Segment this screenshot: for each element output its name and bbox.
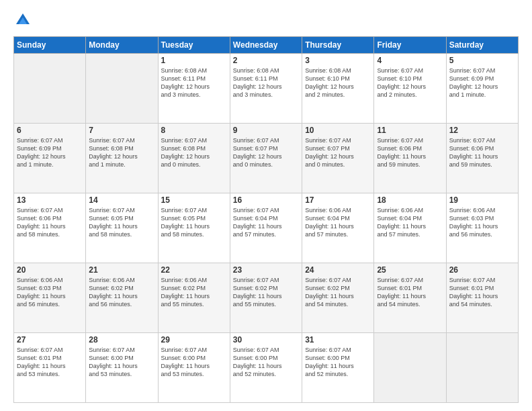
- day-number: 12: [449, 126, 515, 135]
- calendar-cell: 14Sunrise: 6:07 AM Sunset: 6:05 PM Dayli…: [86, 193, 158, 263]
- cell-info: Sunrise: 6:07 AM Sunset: 6:02 PM Dayligh…: [305, 276, 371, 309]
- cell-info: Sunrise: 6:07 AM Sunset: 6:05 PM Dayligh…: [161, 206, 227, 239]
- cell-info: Sunrise: 6:07 AM Sunset: 6:07 PM Dayligh…: [305, 136, 371, 169]
- calendar-cell: 7Sunrise: 6:07 AM Sunset: 6:08 PM Daylig…: [86, 124, 158, 193]
- calendar-cell: 16Sunrise: 6:07 AM Sunset: 6:04 PM Dayli…: [230, 193, 302, 263]
- day-number: 24: [305, 265, 371, 275]
- calendar-cell: 28Sunrise: 6:07 AM Sunset: 6:00 PM Dayli…: [86, 333, 158, 403]
- day-header: Saturday: [446, 37, 518, 54]
- cell-info: Sunrise: 6:07 AM Sunset: 6:04 PM Dayligh…: [233, 206, 299, 239]
- calendar-cell: 31Sunrise: 6:07 AM Sunset: 6:00 PM Dayli…: [302, 333, 374, 403]
- cell-info: Sunrise: 6:06 AM Sunset: 6:03 PM Dayligh…: [449, 206, 515, 239]
- day-number: 5: [449, 56, 515, 65]
- calendar-header-row: SundayMondayTuesdayWednesdayThursdayFrid…: [14, 37, 519, 54]
- calendar-cell: 11Sunrise: 6:07 AM Sunset: 6:06 PM Dayli…: [374, 124, 446, 193]
- logo-icon: [13, 11, 32, 30]
- cell-info: Sunrise: 6:07 AM Sunset: 6:01 PM Dayligh…: [449, 276, 515, 309]
- calendar-cell: 24Sunrise: 6:07 AM Sunset: 6:02 PM Dayli…: [302, 263, 374, 333]
- cell-info: Sunrise: 6:07 AM Sunset: 6:00 PM Dayligh…: [233, 346, 299, 379]
- cell-info: Sunrise: 6:07 AM Sunset: 6:08 PM Dayligh…: [89, 136, 154, 169]
- day-number: 20: [17, 265, 83, 275]
- calendar-cell: 22Sunrise: 6:06 AM Sunset: 6:02 PM Dayli…: [158, 263, 230, 333]
- cell-info: Sunrise: 6:07 AM Sunset: 6:06 PM Dayligh…: [377, 136, 443, 169]
- cell-info: Sunrise: 6:06 AM Sunset: 6:03 PM Dayligh…: [17, 276, 83, 309]
- calendar-cell: 30Sunrise: 6:07 AM Sunset: 6:00 PM Dayli…: [230, 333, 302, 403]
- day-header: Thursday: [302, 37, 374, 54]
- calendar-cell: 6Sunrise: 6:07 AM Sunset: 6:09 PM Daylig…: [14, 124, 86, 193]
- calendar-cell: 25Sunrise: 6:07 AM Sunset: 6:01 PM Dayli…: [374, 263, 446, 333]
- cell-info: Sunrise: 6:07 AM Sunset: 6:00 PM Dayligh…: [161, 346, 227, 379]
- day-header: Sunday: [14, 37, 86, 54]
- day-number: 23: [233, 265, 299, 275]
- day-header: Monday: [86, 37, 158, 54]
- calendar-cell: 20Sunrise: 6:06 AM Sunset: 6:03 PM Dayli…: [14, 263, 86, 333]
- calendar-week-row: 13Sunrise: 6:07 AM Sunset: 6:06 PM Dayli…: [14, 193, 519, 263]
- cell-info: Sunrise: 6:07 AM Sunset: 6:00 PM Dayligh…: [305, 346, 371, 379]
- calendar-cell: 1Sunrise: 6:08 AM Sunset: 6:11 PM Daylig…: [158, 54, 230, 124]
- calendar-cell: 21Sunrise: 6:06 AM Sunset: 6:02 PM Dayli…: [86, 263, 158, 333]
- calendar-week-row: 20Sunrise: 6:06 AM Sunset: 6:03 PM Dayli…: [14, 263, 519, 333]
- calendar-cell: 12Sunrise: 6:07 AM Sunset: 6:06 PM Dayli…: [446, 124, 518, 193]
- cell-info: Sunrise: 6:06 AM Sunset: 6:04 PM Dayligh…: [377, 206, 443, 239]
- day-number: 14: [89, 195, 154, 205]
- calendar-week-row: 6Sunrise: 6:07 AM Sunset: 6:09 PM Daylig…: [14, 124, 519, 193]
- day-header: Friday: [374, 37, 446, 54]
- calendar-cell: 29Sunrise: 6:07 AM Sunset: 6:00 PM Dayli…: [158, 333, 230, 403]
- day-number: 28: [89, 335, 154, 345]
- day-header: Wednesday: [230, 37, 302, 54]
- calendar-cell: 8Sunrise: 6:07 AM Sunset: 6:08 PM Daylig…: [158, 124, 230, 193]
- cell-info: Sunrise: 6:06 AM Sunset: 6:02 PM Dayligh…: [89, 276, 154, 309]
- cell-info: Sunrise: 6:08 AM Sunset: 6:10 PM Dayligh…: [305, 66, 371, 99]
- cell-info: Sunrise: 6:07 AM Sunset: 6:01 PM Dayligh…: [377, 276, 443, 309]
- day-number: 21: [89, 265, 154, 275]
- day-number: 2: [233, 56, 299, 65]
- logo: [13, 11, 35, 30]
- cell-info: Sunrise: 6:07 AM Sunset: 6:08 PM Dayligh…: [161, 136, 227, 169]
- cell-info: Sunrise: 6:07 AM Sunset: 6:07 PM Dayligh…: [233, 136, 299, 169]
- cell-info: Sunrise: 6:07 AM Sunset: 6:06 PM Dayligh…: [17, 206, 83, 239]
- calendar-cell: 4Sunrise: 6:07 AM Sunset: 6:10 PM Daylig…: [374, 54, 446, 124]
- day-number: 25: [377, 265, 443, 275]
- day-number: 18: [377, 195, 443, 205]
- cell-info: Sunrise: 6:07 AM Sunset: 6:02 PM Dayligh…: [233, 276, 299, 309]
- calendar-cell: 9Sunrise: 6:07 AM Sunset: 6:07 PM Daylig…: [230, 124, 302, 193]
- day-number: 11: [377, 126, 443, 135]
- calendar-cell: 27Sunrise: 6:07 AM Sunset: 6:01 PM Dayli…: [14, 333, 86, 403]
- calendar-cell: 13Sunrise: 6:07 AM Sunset: 6:06 PM Dayli…: [14, 193, 86, 263]
- day-number: 10: [305, 126, 371, 135]
- calendar-cell: 15Sunrise: 6:07 AM Sunset: 6:05 PM Dayli…: [158, 193, 230, 263]
- day-header: Tuesday: [158, 37, 230, 54]
- calendar-cell: [14, 54, 86, 124]
- cell-info: Sunrise: 6:06 AM Sunset: 6:02 PM Dayligh…: [161, 276, 227, 309]
- calendar-cell: 10Sunrise: 6:07 AM Sunset: 6:07 PM Dayli…: [302, 124, 374, 193]
- cell-info: Sunrise: 6:08 AM Sunset: 6:11 PM Dayligh…: [161, 66, 227, 99]
- day-number: 31: [305, 335, 371, 345]
- day-number: 26: [449, 265, 515, 275]
- calendar-cell: [446, 333, 518, 403]
- day-number: 27: [17, 335, 83, 345]
- day-number: 19: [449, 195, 515, 205]
- cell-info: Sunrise: 6:07 AM Sunset: 6:00 PM Dayligh…: [89, 346, 154, 379]
- day-number: 8: [161, 126, 227, 135]
- cell-info: Sunrise: 6:07 AM Sunset: 6:05 PM Dayligh…: [89, 206, 154, 239]
- cell-info: Sunrise: 6:07 AM Sunset: 6:06 PM Dayligh…: [449, 136, 515, 169]
- day-number: 13: [17, 195, 83, 205]
- day-number: 22: [161, 265, 227, 275]
- calendar-week-row: 1Sunrise: 6:08 AM Sunset: 6:11 PM Daylig…: [14, 54, 519, 124]
- cell-info: Sunrise: 6:08 AM Sunset: 6:11 PM Dayligh…: [233, 66, 299, 99]
- day-number: 1: [161, 56, 227, 65]
- calendar-cell: 5Sunrise: 6:07 AM Sunset: 6:09 PM Daylig…: [446, 54, 518, 124]
- calendar: SundayMondayTuesdayWednesdayThursdayFrid…: [13, 36, 519, 403]
- calendar-cell: [374, 333, 446, 403]
- calendar-cell: 19Sunrise: 6:06 AM Sunset: 6:03 PM Dayli…: [446, 193, 518, 263]
- cell-info: Sunrise: 6:07 AM Sunset: 6:09 PM Dayligh…: [449, 66, 515, 99]
- cell-info: Sunrise: 6:06 AM Sunset: 6:04 PM Dayligh…: [305, 206, 371, 239]
- day-number: 17: [305, 195, 371, 205]
- day-number: 29: [161, 335, 227, 345]
- day-number: 7: [89, 126, 154, 135]
- day-number: 6: [17, 126, 83, 135]
- calendar-cell: 23Sunrise: 6:07 AM Sunset: 6:02 PM Dayli…: [230, 263, 302, 333]
- page: SundayMondayTuesdayWednesdayThursdayFrid…: [0, 0, 532, 411]
- day-number: 15: [161, 195, 227, 205]
- cell-info: Sunrise: 6:07 AM Sunset: 6:09 PM Dayligh…: [17, 136, 83, 169]
